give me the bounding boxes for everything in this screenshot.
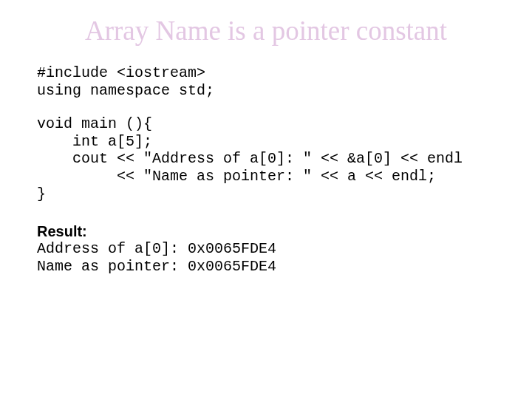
blank-line (37, 99, 495, 115)
code-line-6: << "Name as pointer: " << a << endl; (37, 168, 436, 185)
code-line-5: cout << "Address of a[0]: " << &a[0] << … (37, 150, 463, 167)
result-line-2: Name as pointer: 0x0065FDE4 (37, 258, 276, 275)
code-line-2: using namespace std; (37, 82, 214, 99)
slide: Array Name is a pointer constant #includ… (0, 0, 532, 399)
code-line-1: #include <iostream> (37, 64, 205, 81)
code-line-4: int a[5]; (37, 133, 152, 150)
code-block: #include <iostream> using namespace std;… (37, 64, 495, 202)
result-label: Result: (37, 223, 495, 240)
code-line-7: } (37, 185, 46, 202)
code-line-3: void main (){ (37, 115, 152, 132)
result-line-1: Address of a[0]: 0x0065FDE4 (37, 240, 276, 257)
slide-title: Array Name is a pointer constant (37, 15, 495, 47)
result-block: Address of a[0]: 0x0065FDE4 Name as poin… (37, 240, 495, 275)
